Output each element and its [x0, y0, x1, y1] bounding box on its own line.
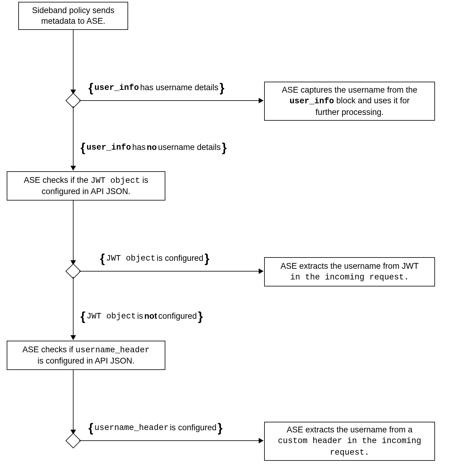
node-check-username-header: ASE checks if username_header is configu…	[7, 341, 165, 370]
node-start: Sideband policy sends metadata to ASE.	[18, 2, 128, 30]
text: JWT object	[91, 176, 140, 185]
text: block and uses it for	[334, 96, 410, 105]
edge	[79, 100, 259, 101]
edge	[73, 277, 74, 336]
decision-username-header	[66, 433, 81, 449]
arrow-head-icon	[259, 268, 264, 274]
node-capture-username: ASE captures the username from the user_…	[264, 82, 435, 121]
edge	[79, 271, 259, 272]
text: metadata to ASE.	[41, 16, 105, 26]
text: configured	[158, 311, 197, 321]
condition-user-info-yes: { user_info has username details }	[88, 83, 225, 92]
text: in the incoming request.	[290, 273, 409, 282]
text: request.	[330, 448, 369, 457]
arrow-head-icon	[259, 438, 264, 443]
node-extract-jwt: ASE extracts the username from JWT in th…	[264, 257, 435, 286]
text: is	[140, 176, 148, 185]
text: JWT object	[87, 312, 136, 321]
text: Sideband policy sends	[32, 6, 114, 15]
condition-user-info-no: { user_info has no username details }	[81, 143, 227, 152]
text: user_info	[95, 83, 139, 92]
text: username_header	[95, 423, 169, 432]
edge	[73, 106, 74, 167]
text: has username details	[140, 83, 218, 92]
edge	[73, 201, 74, 261]
text: is configured	[170, 423, 217, 432]
text: ASE checks if	[22, 345, 75, 354]
text: has	[132, 143, 146, 152]
text: username_header	[76, 346, 150, 355]
arrow-head-icon	[70, 335, 76, 340]
text: ASE extracts the username from JWT	[280, 261, 419, 271]
text: ASE checks if the	[24, 176, 91, 185]
text: user_info	[289, 97, 334, 106]
text: no	[147, 143, 157, 152]
text: JWT object	[106, 254, 156, 263]
text: ASE captures the username from the	[282, 85, 417, 94]
edge	[79, 440, 259, 441]
text: is configured	[157, 254, 203, 263]
text: username details	[158, 143, 221, 152]
text: configured in API JSON.	[41, 187, 130, 196]
arrow-head-icon	[259, 98, 264, 103]
text: not	[144, 311, 157, 321]
text: is	[137, 311, 143, 321]
text: user_info	[87, 143, 131, 152]
condition-jwt-yes: { JWT object is configured }	[100, 254, 209, 263]
text: is configured in API JSON.	[38, 356, 135, 365]
edge	[73, 30, 74, 91]
condition-username-header-yes: { username_header is configured }	[88, 423, 222, 432]
condition-jwt-no: { JWT object is not configured }	[81, 311, 203, 321]
text: custom header in the incoming	[278, 436, 421, 446]
node-extract-header: ASE extracts the username from a custom …	[264, 422, 435, 461]
text: further processing.	[315, 108, 384, 117]
text: ASE extracts the username from a	[287, 425, 413, 434]
edge	[73, 370, 74, 431]
node-check-jwt: ASE checks if the JWT object is configur…	[7, 171, 165, 201]
arrow-head-icon	[70, 166, 76, 171]
